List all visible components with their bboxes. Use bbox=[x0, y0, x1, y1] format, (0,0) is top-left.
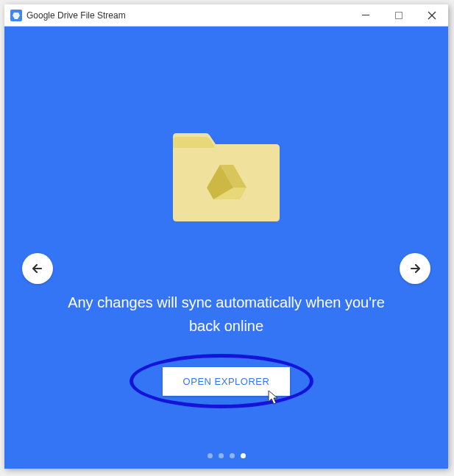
titlebar: Google Drive File Stream bbox=[4, 4, 448, 26]
minimize-button[interactable] bbox=[349, 4, 382, 26]
maximize-icon bbox=[395, 12, 402, 19]
page-dot[interactable] bbox=[208, 453, 213, 458]
page-dot[interactable] bbox=[241, 453, 246, 458]
close-button[interactable] bbox=[415, 4, 448, 26]
close-icon bbox=[428, 11, 436, 20]
minimize-icon bbox=[362, 15, 369, 15]
page-dot[interactable] bbox=[219, 453, 224, 458]
maximize-button[interactable] bbox=[382, 4, 415, 26]
onboarding-message: Any changes will sync automatically when… bbox=[57, 291, 396, 338]
previous-button[interactable] bbox=[22, 253, 53, 284]
content-area: Any changes will sync automatically when… bbox=[4, 26, 448, 469]
arrow-left-icon bbox=[31, 262, 44, 275]
folder-illustration bbox=[166, 122, 287, 228]
open-explorer-button[interactable]: OPEN EXPLORER bbox=[163, 367, 291, 396]
next-button[interactable] bbox=[400, 253, 430, 284]
pagination-dots bbox=[208, 453, 246, 458]
page-dot[interactable] bbox=[230, 453, 235, 458]
app-icon bbox=[10, 10, 22, 21]
window-controls bbox=[349, 4, 448, 26]
arrow-right-icon bbox=[408, 262, 422, 275]
application-window: Google Drive File Stream bbox=[4, 4, 448, 469]
window-title: Google Drive File Stream bbox=[26, 10, 349, 21]
